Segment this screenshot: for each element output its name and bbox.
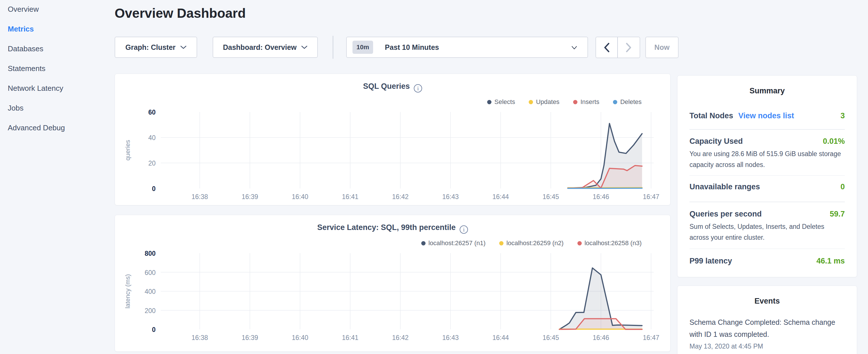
svg-text:16:46: 16:46 bbox=[593, 193, 609, 200]
svg-text:0: 0 bbox=[152, 185, 156, 192]
right-column: Summary Total NodesView nodes list 3 Cap… bbox=[677, 0, 857, 354]
svg-text:20: 20 bbox=[148, 160, 156, 167]
time-step-back-button[interactable] bbox=[596, 37, 618, 58]
summary-row-label: Total Nodes bbox=[689, 111, 733, 120]
time-range-badge: 10m bbox=[352, 41, 373, 54]
svg-text:16:47: 16:47 bbox=[643, 193, 659, 200]
svg-text:16:41: 16:41 bbox=[342, 334, 359, 342]
svg-text:16:44: 16:44 bbox=[492, 334, 509, 342]
chevron-down-icon bbox=[301, 45, 308, 49]
controls-divider bbox=[333, 36, 333, 59]
summary-title: Summary bbox=[689, 86, 845, 96]
sidebar-item-overview[interactable]: Overview bbox=[8, 5, 115, 14]
time-step-forward-button[interactable] bbox=[618, 37, 640, 58]
svg-text:400: 400 bbox=[145, 288, 156, 295]
summary-row-label: Unavailable ranges bbox=[689, 183, 760, 191]
svg-text:16:41: 16:41 bbox=[342, 193, 359, 200]
chevron-left-icon bbox=[603, 43, 610, 53]
svg-text:16:38: 16:38 bbox=[191, 334, 208, 342]
summary-row-value: 0.01% bbox=[823, 137, 845, 146]
svg-text:16:43: 16:43 bbox=[442, 193, 459, 200]
sidebar-item-metrics[interactable]: Metrics bbox=[8, 24, 115, 33]
dashboard-dropdown-label: Dashboard: Overview bbox=[223, 43, 297, 52]
svg-text:16:45: 16:45 bbox=[542, 193, 559, 200]
summary-row-value: 3 bbox=[840, 111, 845, 120]
svg-text:16:38: 16:38 bbox=[191, 193, 208, 200]
sql-queries-plot[interactable]: 16:3816:3916:4016:4116:4216:4316:4416:45… bbox=[115, 74, 671, 206]
svg-text:800: 800 bbox=[145, 250, 156, 257]
view-nodes-list-link[interactable]: View nodes list bbox=[739, 111, 794, 120]
time-step-buttons bbox=[595, 37, 640, 58]
time-range-selector[interactable]: 10m Past 10 Minutes bbox=[346, 37, 588, 58]
dashboard-dropdown[interactable]: Dashboard: Overview bbox=[213, 37, 318, 58]
graph-dropdown-label: Graph: Cluster bbox=[125, 43, 175, 52]
svg-text:40: 40 bbox=[148, 134, 156, 141]
svg-text:16:42: 16:42 bbox=[392, 193, 409, 200]
sidebar-item-jobs[interactable]: Jobs bbox=[8, 103, 115, 112]
divider bbox=[689, 175, 845, 176]
divider bbox=[689, 249, 845, 249]
summary-row-total-nodes: Total NodesView nodes list 3 bbox=[689, 111, 845, 123]
svg-text:16:44: 16:44 bbox=[492, 193, 509, 200]
svg-text:0: 0 bbox=[152, 326, 156, 333]
chevron-down-icon bbox=[180, 45, 187, 49]
sidebar-item-advanced-debug[interactable]: Advanced Debug bbox=[8, 123, 115, 132]
summary-row-description: Sum of Selects, Updates, Inserts, and De… bbox=[689, 221, 845, 243]
sql-queries-chart-card: SQL Queriesi Selects Updates Inserts Del… bbox=[115, 74, 671, 205]
chevron-right-icon bbox=[626, 43, 632, 53]
summary-row-unavailable-ranges: Unavailable ranges 0 bbox=[689, 183, 845, 194]
svg-text:latency (ms): latency (ms) bbox=[124, 274, 131, 309]
summary-row-label: Queries per second bbox=[689, 210, 762, 219]
event-item-timestamp: May 13, 2020 at 4:45 PM bbox=[689, 342, 845, 351]
summary-row-capacity-used: Capacity Used 0.01% bbox=[689, 137, 845, 148]
divider bbox=[689, 129, 845, 130]
svg-text:16:43: 16:43 bbox=[442, 334, 459, 342]
svg-text:600: 600 bbox=[145, 269, 156, 277]
svg-text:16:40: 16:40 bbox=[292, 193, 308, 200]
svg-text:16:46: 16:46 bbox=[593, 334, 609, 342]
svg-text:200: 200 bbox=[145, 307, 156, 315]
service-latency-chart-card: Service Latency: SQL, 99th percentilei l… bbox=[115, 215, 671, 352]
sidebar-item-statements[interactable]: Statements bbox=[8, 64, 115, 73]
sidebar-item-network-latency[interactable]: Network Latency bbox=[8, 84, 115, 93]
summary-row-p99-latency: P99 latency 46.1 ms bbox=[689, 257, 845, 268]
sidebar: Overview Metrics Databases Statements Ne… bbox=[0, 0, 115, 354]
service-latency-plot[interactable]: 16:3816:3916:4016:4116:4216:4316:4416:45… bbox=[115, 215, 671, 352]
main-content: Overview Dashboard Graph: Cluster Dashbo… bbox=[115, 0, 671, 354]
svg-text:60: 60 bbox=[148, 108, 156, 116]
summary-row-queries-per-second: Queries per second 59.7 bbox=[689, 210, 845, 221]
divider bbox=[689, 202, 845, 202]
events-panel: Events Schema Change Completed: Schema c… bbox=[677, 286, 857, 354]
controls-bar: Graph: Cluster Dashboard: Overview 10m P… bbox=[115, 37, 671, 58]
summary-row-description: You are using 28.6 MiB of 515.9 GiB usab… bbox=[689, 148, 845, 170]
svg-text:16:39: 16:39 bbox=[242, 334, 258, 342]
svg-text:16:42: 16:42 bbox=[392, 334, 409, 342]
time-range-label: Past 10 Minutes bbox=[385, 43, 439, 52]
summary-row-label: P99 latency bbox=[689, 257, 732, 265]
svg-text:16:47: 16:47 bbox=[643, 334, 659, 342]
summary-row-value: 59.7 bbox=[830, 210, 845, 219]
svg-text:queries: queries bbox=[124, 140, 131, 160]
svg-text:16:40: 16:40 bbox=[292, 334, 308, 342]
graph-dropdown[interactable]: Graph: Cluster bbox=[115, 37, 197, 58]
svg-text:16:39: 16:39 bbox=[242, 193, 258, 200]
sidebar-item-databases[interactable]: Databases bbox=[8, 44, 115, 53]
summary-panel: Summary Total NodesView nodes list 3 Cap… bbox=[677, 75, 857, 277]
summary-row-value: 0 bbox=[840, 183, 845, 191]
page-title: Overview Dashboard bbox=[115, 5, 246, 22]
summary-row-value: 46.1 ms bbox=[816, 257, 845, 265]
events-title: Events bbox=[689, 296, 845, 306]
summary-row-label: Capacity Used bbox=[689, 137, 743, 146]
chevron-down-icon bbox=[571, 46, 577, 50]
event-item-text[interactable]: Schema Change Completed: Schema change w… bbox=[689, 316, 845, 340]
now-button[interactable]: Now bbox=[645, 37, 679, 58]
svg-text:16:45: 16:45 bbox=[542, 334, 559, 342]
